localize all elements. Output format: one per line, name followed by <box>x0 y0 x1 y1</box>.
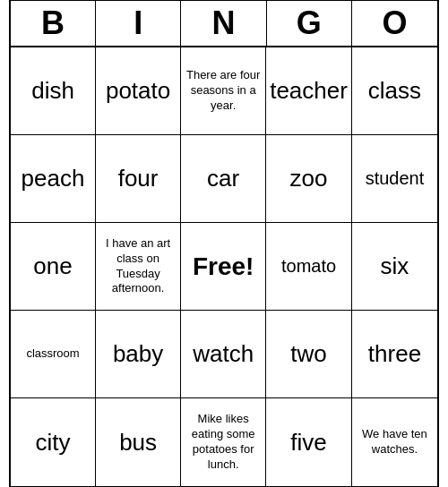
cell-text: zoo <box>290 165 328 192</box>
cell-r2-c3: tomato <box>266 223 352 311</box>
bingo-header: BINGO <box>11 1 437 47</box>
cell-r1-c4: student <box>352 135 437 223</box>
cell-r1-c2: car <box>181 135 266 223</box>
cell-r0-c2: There are four seasons in a year. <box>181 47 266 135</box>
header-letter-o: O <box>352 1 437 46</box>
bingo-card: BINGO dishpotatoThere are four seasons i… <box>9 0 439 487</box>
cell-text: car <box>207 165 239 192</box>
cell-text: six <box>381 252 409 280</box>
cell-text: I have an art class on Tuesday afternoon… <box>99 236 177 297</box>
cell-text: five <box>290 429 326 457</box>
cell-r2-c1: I have an art class on Tuesday afternoon… <box>96 223 181 311</box>
cell-r4-c2: Mike likes eating some potatoes for lunc… <box>181 398 266 486</box>
cell-text: Free! <box>193 252 254 281</box>
cell-r2-c4: six <box>352 223 437 311</box>
cell-r0-c1: potato <box>96 47 181 135</box>
cell-text: peach <box>22 165 85 192</box>
header-letter-g: G <box>267 1 352 46</box>
cell-text: teacher <box>270 77 348 105</box>
header-letter-n: N <box>181 1 266 46</box>
cell-r1-c1: four <box>96 135 181 223</box>
cell-text: student <box>366 168 425 189</box>
cell-r1-c0: peach <box>11 135 96 223</box>
cell-text: classroom <box>26 346 79 362</box>
cell-text: potato <box>106 77 170 105</box>
bingo-grid: dishpotatoThere are four seasons in a ye… <box>11 47 437 486</box>
cell-text: Mike likes eating some potatoes for lunc… <box>185 412 262 473</box>
cell-text: two <box>290 340 326 368</box>
cell-r0-c0: dish <box>11 47 96 135</box>
cell-text: baby <box>113 340 163 368</box>
cell-text: city <box>36 429 71 457</box>
cell-text: four <box>118 165 159 192</box>
cell-r2-c2: Free! <box>181 223 266 311</box>
header-letter-i: I <box>96 1 181 46</box>
cell-r1-c3: zoo <box>266 135 352 223</box>
cell-r3-c4: three <box>352 311 437 398</box>
cell-r4-c3: five <box>266 398 352 486</box>
cell-text: We have ten watches. <box>356 427 434 457</box>
cell-text: one <box>33 252 72 280</box>
cell-text: tomato <box>281 256 336 277</box>
cell-text: class <box>368 77 421 105</box>
cell-r4-c0: city <box>11 398 96 486</box>
cell-r3-c0: classroom <box>11 311 96 398</box>
cell-r0-c3: teacher <box>266 47 352 135</box>
cell-r3-c1: baby <box>96 311 181 398</box>
cell-r3-c2: watch <box>181 311 266 398</box>
cell-text: three <box>368 340 421 368</box>
cell-text: watch <box>193 340 254 368</box>
cell-text: dish <box>31 77 74 105</box>
cell-text: There are four seasons in a year. <box>185 68 262 114</box>
cell-r0-c4: class <box>352 47 437 135</box>
cell-r4-c4: We have ten watches. <box>352 398 437 486</box>
cell-text: bus <box>119 429 157 457</box>
header-letter-b: B <box>11 1 96 46</box>
cell-r3-c3: two <box>266 311 352 398</box>
cell-r4-c1: bus <box>96 398 181 486</box>
cell-r2-c0: one <box>11 223 96 311</box>
